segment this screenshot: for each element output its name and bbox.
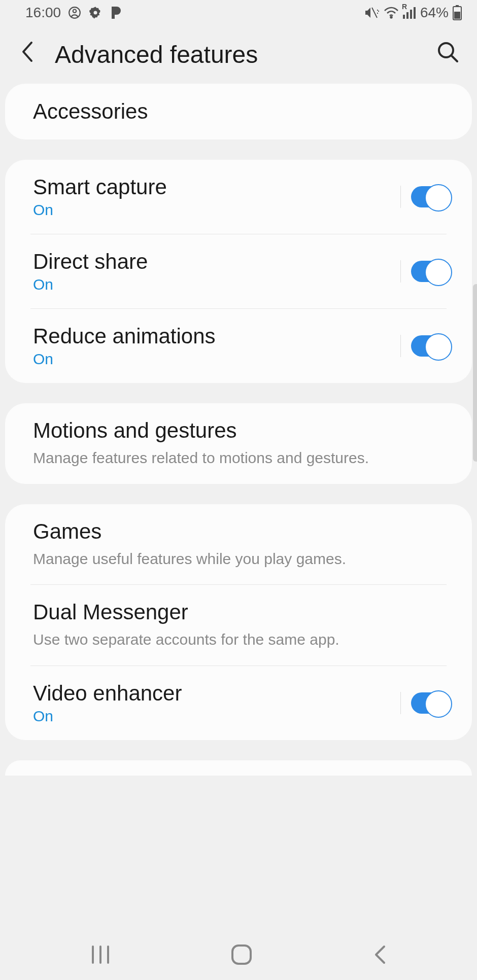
motions-subtitle: Manage features related to motions and g… — [33, 448, 447, 469]
row-dual-messenger[interactable]: Dual Messenger Use two separate accounts… — [5, 585, 472, 666]
dual-messenger-subtitle: Use two separate accounts for the same a… — [33, 629, 447, 650]
card-accessories: Accessories — [5, 84, 472, 139]
direct-share-status: On — [33, 276, 400, 293]
svg-point-4 — [390, 17, 392, 18]
search-button[interactable] — [437, 41, 459, 68]
nav-recents[interactable] — [90, 944, 111, 965]
row-video-enhancer[interactable]: Video enhancer On — [5, 666, 472, 740]
row-smart-capture[interactable]: Smart capture On — [5, 160, 472, 234]
svg-line-3 — [372, 8, 377, 18]
row-games[interactable]: Games Manage useful features while you p… — [5, 504, 472, 585]
battery-percent: 64% — [420, 5, 449, 21]
svg-rect-11 — [454, 12, 460, 19]
p-icon — [110, 6, 122, 20]
nav-home[interactable] — [230, 943, 253, 966]
svg-rect-7 — [410, 10, 412, 19]
direct-share-title: Direct share — [33, 250, 400, 274]
nav-bar — [0, 929, 477, 980]
wifi-icon — [384, 7, 399, 19]
row-motions-gestures[interactable]: Motions and gestures Manage features rel… — [5, 403, 472, 484]
toggle-divider — [400, 335, 401, 357]
svg-rect-17 — [232, 946, 251, 964]
video-enhancer-status: On — [33, 708, 400, 725]
svg-point-1 — [73, 10, 77, 13]
svg-point-2 — [94, 11, 97, 15]
toggle-divider — [400, 260, 401, 283]
nav-back[interactable] — [372, 943, 387, 966]
reduce-animations-status: On — [33, 351, 400, 368]
gear-badge-icon — [88, 6, 103, 20]
toggle-divider — [400, 186, 401, 208]
direct-share-toggle[interactable] — [411, 261, 452, 282]
row-accessories[interactable]: Accessories — [5, 84, 472, 139]
row-direct-share[interactable]: Direct share On — [5, 234, 472, 308]
row-reduce-animations[interactable]: Reduce animations On — [5, 309, 472, 383]
card-next-peek — [5, 760, 472, 776]
svg-rect-8 — [414, 7, 416, 19]
smart-capture-status: On — [33, 201, 400, 219]
svg-rect-6 — [406, 12, 408, 19]
page-title: Advanced features — [55, 41, 417, 68]
scroll-indicator[interactable] — [473, 284, 477, 462]
status-bar: 16:00 R 64% — [0, 0, 477, 25]
video-enhancer-toggle[interactable] — [411, 692, 452, 714]
app-header: Advanced features — [0, 25, 477, 84]
motions-title: Motions and gestures — [33, 418, 447, 443]
status-right: R 64% — [364, 5, 462, 21]
card-motions: Motions and gestures Manage features rel… — [5, 403, 472, 484]
svg-rect-10 — [456, 5, 459, 7]
signal-icon: R — [403, 7, 416, 19]
mute-vibrate-icon — [364, 6, 380, 20]
card-toggles: Smart capture On Direct share On Reduce … — [5, 160, 472, 383]
accessories-label: Accessories — [33, 99, 447, 124]
battery-icon — [453, 5, 462, 20]
status-left: 16:00 — [25, 5, 122, 21]
svg-line-13 — [452, 56, 457, 61]
account-icon — [68, 6, 81, 19]
toggle-divider — [400, 692, 401, 714]
back-button[interactable] — [20, 41, 35, 68]
card-misc: Games Manage useful features while you p… — [5, 504, 472, 740]
status-time: 16:00 — [25, 5, 61, 21]
svg-rect-5 — [403, 15, 405, 19]
games-subtitle: Manage useful features while you play ga… — [33, 549, 447, 570]
dual-messenger-title: Dual Messenger — [33, 600, 447, 624]
reduce-animations-title: Reduce animations — [33, 324, 400, 348]
video-enhancer-title: Video enhancer — [33, 681, 400, 706]
smart-capture-toggle[interactable] — [411, 186, 452, 207]
smart-capture-title: Smart capture — [33, 175, 400, 199]
games-title: Games — [33, 519, 447, 544]
svg-point-12 — [439, 43, 453, 57]
reduce-animations-toggle[interactable] — [411, 335, 452, 357]
